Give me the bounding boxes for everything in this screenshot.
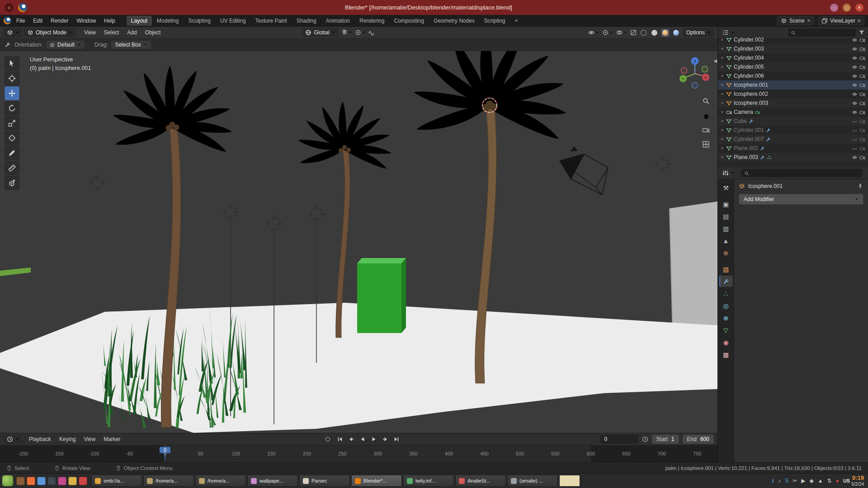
outliner-row-cylinder-004[interactable]: Cylinder.004 [718, 53, 868, 62]
viewlayer-selector[interactable]: ViewLayer ⧉ [818, 16, 864, 25]
outliner-row-plane-003[interactable]: Plane.003 [718, 153, 868, 162]
timeline-ruler[interactable]: 0 -200-150-100-5005010015020025030035040… [0, 445, 717, 462]
falloff-indicator[interactable] [368, 29, 375, 36]
editor-type-selector[interactable] [4, 28, 22, 37]
tool-measure-button[interactable] [5, 161, 19, 175]
workspace-tab-modeling[interactable]: Modeling [152, 16, 184, 26]
window-menu-icon[interactable]: ≡ [5, 3, 14, 12]
tri-r-icon[interactable] [721, 110, 724, 114]
timeline-menu-keying[interactable]: Keying [55, 435, 80, 444]
eyec-icon[interactable] [852, 127, 858, 133]
add-modifier-button[interactable]: Add Modifier [739, 194, 863, 205]
eye-icon[interactable] [852, 37, 858, 43]
tri-r-icon[interactable] [721, 65, 724, 69]
menu-file[interactable]: File [12, 16, 29, 25]
tri-r-icon[interactable] [721, 137, 724, 141]
cam-icon[interactable] [859, 164, 865, 164]
eyec-icon[interactable] [852, 136, 858, 142]
outliner-row-plane-004[interactable]: Plane.004 [718, 162, 868, 164]
menu-render[interactable]: Render [47, 16, 72, 25]
tray-updates-icon[interactable]: ▲ [818, 478, 823, 483]
cam-icon[interactable] [859, 46, 865, 52]
outliner-row-plane-002[interactable]: Plane.002 [718, 144, 868, 153]
eye-icon[interactable] [852, 91, 858, 97]
next-keyframe-button[interactable] [380, 435, 391, 444]
outliner-row-icosphere-001[interactable]: Icosphere.001 [718, 80, 868, 89]
jump-end-button[interactable] [392, 435, 402, 444]
eye-icon[interactable] [852, 55, 858, 61]
properties-tab-world[interactable]: ⊕ [719, 247, 733, 258]
workspace-tab-shading[interactable]: Shading [292, 16, 321, 26]
launcher-chat[interactable] [79, 477, 87, 485]
launcher-menu-secondary[interactable] [16, 477, 25, 485]
play-reverse-button[interactable] [358, 435, 368, 444]
options-dropdown[interactable]: Options [683, 28, 714, 37]
tool-add-cube-button[interactable] [5, 176, 19, 190]
properties-tab-object[interactable]: ▧ [719, 263, 733, 275]
eye-icon[interactable] [852, 109, 858, 115]
timeline-menu-marker[interactable]: Marker [99, 435, 124, 444]
system-menu-button[interactable] [2, 475, 13, 486]
launcher-editor[interactable] [58, 477, 66, 485]
stopwatch-icon[interactable] [642, 436, 648, 442]
frame-start-field[interactable]: Start 1 [652, 435, 679, 444]
tool-tweak-button[interactable] [5, 56, 19, 70]
outliner-row-cube[interactable]: Cube [718, 117, 868, 126]
outliner-row-cylinder-007[interactable]: Cylinder.007 [718, 135, 868, 144]
properties-tab-output[interactable]: ▤ [719, 211, 733, 222]
blender-app-icon[interactable] [4, 17, 11, 24]
shading-wireframe-button[interactable] [640, 29, 647, 37]
workspace-tab-animation[interactable]: Animation [321, 16, 354, 26]
transform-orientation-selector[interactable]: Global [302, 28, 339, 37]
timeline-menu-view[interactable]: View [80, 435, 99, 444]
tray-recorder-icon[interactable]: ● [836, 478, 839, 483]
pin-icon[interactable] [857, 183, 863, 189]
eyec-icon[interactable] [852, 145, 858, 151]
launcher-terminal[interactable] [47, 477, 56, 485]
current-frame-field[interactable]: 0 [600, 435, 638, 444]
eye-icon[interactable] [852, 73, 858, 79]
keyboard-layout-indicator[interactable]: US [843, 478, 850, 483]
cam-icon[interactable] [859, 145, 865, 151]
properties-tab-particles[interactable]: ∴ [719, 288, 733, 299]
properties-editor-selector[interactable] [721, 169, 736, 177]
tool-transform-button[interactable] [5, 131, 19, 145]
eye-icon[interactable] [852, 155, 858, 160]
xray-toggle[interactable] [630, 29, 637, 36]
outliner-row-icosphere-003[interactable]: Icosphere.003 [718, 99, 868, 108]
workspace-tab-geometry-nodes[interactable]: Geometry Nodes [429, 16, 479, 26]
menu-window[interactable]: Window [72, 16, 100, 25]
camera-view-icon[interactable] [702, 126, 710, 134]
taskbar-window-amalie[interactable]: (amalie) ... [507, 475, 558, 487]
tri-r-icon[interactable] [721, 74, 724, 78]
tri-r-icon[interactable] [721, 155, 724, 159]
taskbar-window-blender[interactable]: Blender*... [351, 475, 402, 487]
workspace-tab-compositing[interactable]: Compositing [389, 16, 429, 26]
workspace-tab-rendering[interactable]: Rendering [355, 16, 389, 26]
workspace-tab-texture-paint[interactable]: Texture Paint [251, 16, 292, 26]
cam-icon[interactable] [859, 136, 865, 142]
workspace-tab-item[interactable]: + [510, 16, 523, 26]
viewport-menu-view[interactable]: View [80, 28, 100, 37]
properties-tab-constraints[interactable]: ⊗ [719, 312, 733, 324]
viewport-canvas[interactable]: User Perspective (0) palm | Icosphere.00… [0, 51, 717, 433]
viewlayer-copy-icon[interactable]: ⧉ [858, 18, 861, 23]
outliner-row-cylinder-002[interactable]: Cylinder.002 [718, 35, 868, 44]
shading-rendered-button[interactable] [672, 29, 680, 37]
tool-move-button[interactable] [5, 86, 19, 100]
workspace-tab-scripting[interactable]: Scripting [480, 16, 510, 26]
cam-icon[interactable] [859, 64, 865, 70]
menu-edit[interactable]: Edit [29, 16, 47, 25]
zoom-icon[interactable] [702, 97, 710, 105]
workspace-tab-sculpting[interactable]: Sculpting [184, 16, 215, 26]
snap-toggle[interactable] [341, 29, 352, 36]
outliner-row-cylinder-005[interactable]: Cylinder.005 [718, 62, 868, 71]
taskbar-window-item[interactable] [559, 475, 580, 487]
eyec-icon[interactable] [852, 118, 858, 124]
tool-rotate-button[interactable] [5, 101, 19, 115]
properties-tab-render[interactable]: ▣ [719, 198, 733, 210]
cam-icon[interactable] [859, 55, 865, 61]
prev-keyframe-button[interactable] [346, 435, 357, 444]
taskbar-window-parsec[interactable]: Parsec [299, 475, 350, 487]
cam-icon[interactable] [859, 127, 865, 133]
